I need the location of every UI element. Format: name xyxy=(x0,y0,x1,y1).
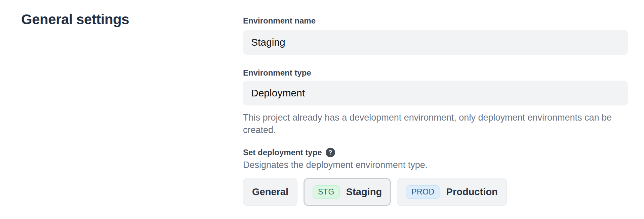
deployment-type-label-row: Set deployment type ? xyxy=(243,148,628,157)
deployment-type-options: General STG Staging PROD Production xyxy=(243,178,628,206)
environment-name-input[interactable] xyxy=(243,30,628,55)
environment-type-help-text: This project already has a development e… xyxy=(243,112,628,136)
staging-badge: STG xyxy=(313,185,340,199)
environment-type-input[interactable] xyxy=(243,81,628,105)
deployment-type-production-label: Production xyxy=(446,186,498,198)
environment-type-label: Environment type xyxy=(243,68,628,78)
settings-page: General settings Environment name Enviro… xyxy=(0,0,644,219)
deployment-type-staging-label: Staging xyxy=(346,186,382,198)
deployment-type-general-label: General xyxy=(252,186,288,198)
deployment-type-production-button[interactable]: PROD Production xyxy=(397,178,507,206)
production-badge: PROD xyxy=(406,185,440,199)
page-title: General settings xyxy=(21,11,129,28)
environment-name-label: Environment name xyxy=(243,16,628,26)
deployment-type-description: Designates the deployment environment ty… xyxy=(243,160,628,170)
deployment-type-staging-button[interactable]: STG Staging xyxy=(304,178,391,206)
help-question-icon[interactable]: ? xyxy=(326,148,335,157)
deployment-type-general-button[interactable]: General xyxy=(243,178,297,206)
deployment-type-label: Set deployment type xyxy=(243,148,322,157)
settings-form: Environment name Environment type This p… xyxy=(243,16,628,206)
